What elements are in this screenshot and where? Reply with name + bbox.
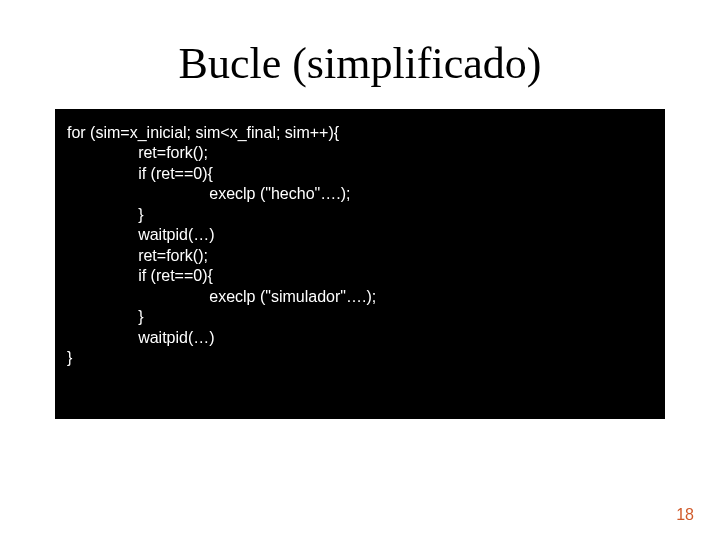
code-line: } xyxy=(67,206,143,223)
code-line: if (ret==0){ xyxy=(67,165,213,182)
code-line: for (sim=x_inicial; sim<x_final; sim++){ xyxy=(67,124,339,141)
code-line: waitpid(…) xyxy=(67,226,215,243)
code-line: } xyxy=(67,349,72,366)
slide: Bucle (simplificado) for (sim=x_inicial;… xyxy=(0,0,720,540)
code-line: waitpid(…) xyxy=(67,329,215,346)
code-line: execlp ("hecho"….); xyxy=(67,185,350,202)
code-line: } xyxy=(67,308,143,325)
code-line: execlp ("simulador"….); xyxy=(67,288,376,305)
code-line: if (ret==0){ xyxy=(67,267,213,284)
page-number: 18 xyxy=(676,506,694,524)
code-line: ret=fork(); xyxy=(67,247,208,264)
code-line: ret=fork(); xyxy=(67,144,208,161)
code-block: for (sim=x_inicial; sim<x_final; sim++){… xyxy=(55,109,665,419)
page-title: Bucle (simplificado) xyxy=(0,0,720,99)
